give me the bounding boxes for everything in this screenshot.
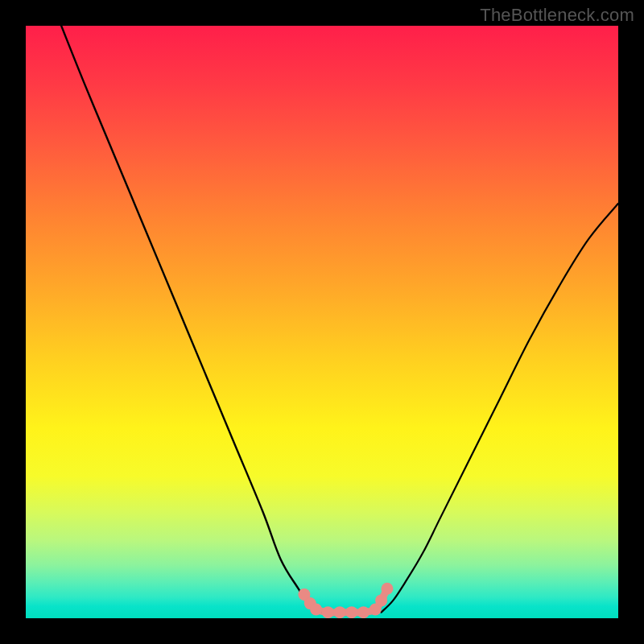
svg-point-6 [357,606,369,618]
svg-point-3 [322,606,334,618]
chart-plot-area [26,26,618,618]
svg-point-8 [375,594,387,606]
watermark-text: TheBottleneck.com [480,5,634,26]
svg-point-5 [345,606,357,618]
svg-point-2 [310,603,322,615]
svg-point-4 [334,606,346,618]
svg-point-9 [381,583,393,595]
chart-svg [26,26,618,618]
chart-frame: TheBottleneck.com [0,0,644,644]
trough-markers [298,583,393,618]
curve-left [61,26,322,613]
curve-right [382,204,618,613]
